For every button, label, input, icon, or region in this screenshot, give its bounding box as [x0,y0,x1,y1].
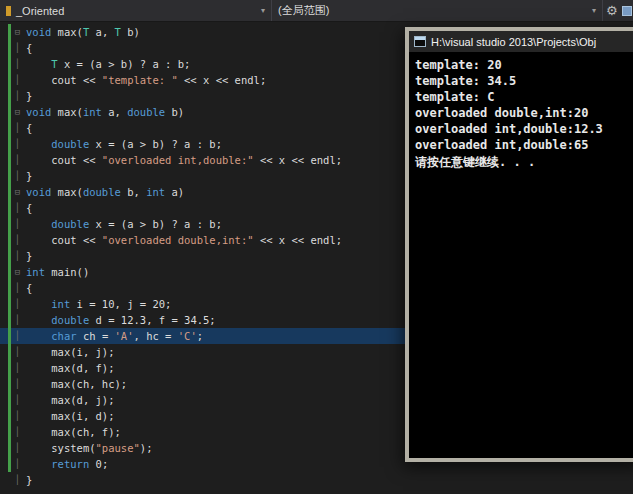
vs-editor-window: _Oriented ▾ (全局范围) ▾ ⚙ ⊟void max(T a, T … [0,0,633,494]
member-dropdown[interactable]: _Oriented ▾ [0,0,272,21]
change-tracking-bar [8,56,11,72]
code-text: max(d, j); [26,392,115,408]
fold-collapse-icon[interactable]: ⊟ [12,24,23,40]
change-tracking-bar [8,344,11,360]
window-icon[interactable] [622,6,632,16]
console-output-line: 请按任意键继续. . . [415,154,633,170]
change-tracking-bar [8,248,11,264]
code-text: cout << "overloaded double,int:" << x <<… [26,232,342,248]
change-tracking-bar [8,40,11,56]
fold-guide-line: │ [12,200,23,216]
console-output-line: overloaded int,double:65 [415,138,633,154]
chevron-down-icon: ▾ [253,6,265,15]
code-text: } [26,472,32,488]
fold-guide-line: │ [12,136,23,152]
code-text: max(d, f); [26,360,115,376]
console-output-line: template: 20 [415,58,633,74]
member-dropdown-label: _Oriented [16,5,64,17]
change-tracking-bar [8,184,11,200]
fold-guide-line: │ [12,328,23,344]
change-tracking-bar [8,376,11,392]
code-line[interactable]: │} [0,472,633,488]
code-text: double x = (a > b) ? a : b; [26,136,222,152]
fold-guide-line: │ [12,424,23,440]
change-tracking-bar [8,200,11,216]
code-text: max(i, d); [26,408,115,424]
change-tracking-bar [8,264,11,280]
fold-guide-line: │ [12,216,23,232]
fold-guide-line: │ [12,296,23,312]
code-text: cout << "overloaded int,double:" << x <<… [26,152,342,168]
console-window[interactable]: H:\visual studio 2013\Projects\Obj templ… [405,27,633,462]
fold-guide-line: │ [12,40,23,56]
scope-dropdown-label: (全局范围) [278,3,329,18]
fold-guide-line: │ [12,376,23,392]
change-tracking-bar [8,216,11,232]
fold-guide-line: │ [12,248,23,264]
fold-guide-line: │ [12,392,23,408]
code-text: char ch = 'A', hc = 'C'; [26,328,203,344]
code-text: void max(int a, double b) [26,104,184,120]
member-icon [6,6,11,16]
fold-collapse-icon[interactable]: ⊟ [12,104,23,120]
console-output-line: overloaded double,int:20 [415,106,633,122]
code-text: int i = 10, j = 20; [26,296,171,312]
fold-guide-line: │ [12,280,23,296]
change-tracking-bar [8,360,11,376]
code-text: max(ch, f); [26,424,121,440]
change-tracking-bar [8,328,11,344]
chevron-down-icon: ▾ [584,6,596,15]
code-text: { [26,280,32,296]
code-text: system("pause"); [26,440,152,456]
code-text: void max(T a, T b) [26,24,140,40]
navigation-bar: _Oriented ▾ (全局范围) ▾ ⚙ [0,0,633,22]
scope-dropdown[interactable]: (全局范围) ▾ [272,0,603,21]
code-text: { [26,120,32,136]
change-tracking-bar [8,456,11,472]
gear-icon[interactable]: ⚙ [606,0,618,22]
change-tracking-bar [8,136,11,152]
fold-guide-line: │ [12,88,23,104]
change-tracking-bar [8,88,11,104]
fold-guide-line: │ [12,344,23,360]
console-app-icon [414,36,426,47]
fold-collapse-icon[interactable]: ⊟ [12,184,23,200]
change-tracking-bar [8,280,11,296]
fold-guide-line: │ [12,456,23,472]
console-output[interactable]: template: 20template: 34.5template: Cove… [409,52,633,458]
code-text: { [26,40,32,56]
code-text: { [26,200,32,216]
code-text: void max(double b, int a) [26,184,184,200]
fold-guide-line: │ [12,152,23,168]
change-tracking-bar [8,312,11,328]
change-tracking-bar [8,104,11,120]
fold-guide-line: │ [12,360,23,376]
code-text: T x = (a > b) ? a : b; [26,56,190,72]
fold-guide-line: │ [12,120,23,136]
change-tracking-bar [8,232,11,248]
code-text: cout << "template: " << x << endl; [26,72,266,88]
fold-guide-line: │ [12,72,23,88]
change-tracking-bar [8,24,11,40]
change-tracking-bar [8,392,11,408]
change-tracking-bar [8,296,11,312]
console-titlebar[interactable]: H:\visual studio 2013\Projects\Obj [409,31,633,52]
code-text: max(i, j); [26,344,115,360]
change-tracking-bar [8,408,11,424]
fold-guide-line: │ [12,408,23,424]
navbar-icons: ⚙ [603,0,633,21]
code-text: return 0; [26,456,108,472]
change-tracking-bar [8,152,11,168]
fold-guide-line: │ [12,168,23,184]
console-output-line: template: 34.5 [415,74,633,90]
fold-guide-line: │ [12,232,23,248]
fold-guide-line: │ [12,440,23,456]
code-text: int main() [26,264,89,280]
console-output-line: template: C [415,90,633,106]
code-text: } [26,88,32,104]
code-text: } [26,248,32,264]
fold-collapse-icon[interactable]: ⊟ [12,264,23,280]
code-text: double d = 12.3, f = 34.5; [26,312,216,328]
change-tracking-bar [8,168,11,184]
fold-guide-line: │ [12,312,23,328]
